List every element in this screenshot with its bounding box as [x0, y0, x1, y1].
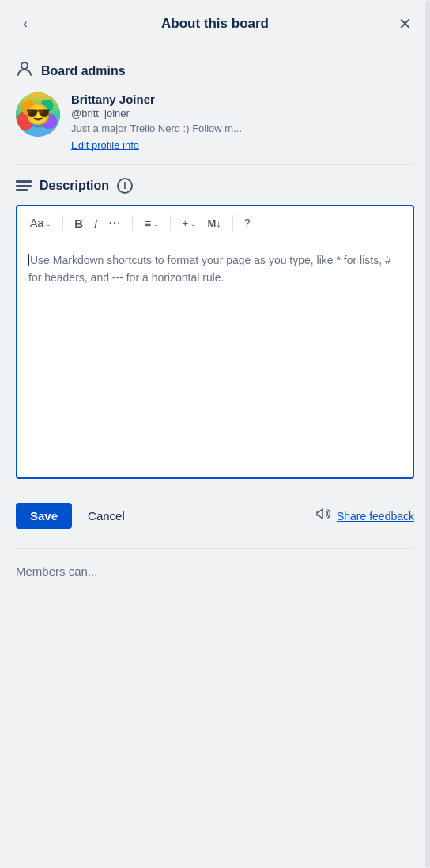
insert-button[interactable]: + ⌄ — [177, 213, 201, 232]
list-chevron: ⌄ — [153, 219, 159, 228]
save-button[interactable]: Save — [16, 503, 72, 529]
admin-bio: Just a major Trello Nerd :) Follow m... — [71, 123, 414, 134]
description-title: Description i — [16, 178, 414, 194]
board-admins-label: Board admins — [41, 64, 126, 78]
font-button[interactable]: Aa ⌄ — [25, 213, 56, 232]
editor-toolbar: Aa ⌄ B I ··· — [17, 206, 413, 240]
admin-info: Brittany Joiner @britt_joiner Just a maj… — [71, 92, 414, 152]
avatar-image — [16, 92, 60, 137]
members-text: Members can... — [16, 564, 97, 578]
italic-button[interactable]: I — [89, 213, 102, 233]
editor-placeholder: Use Markdown shortcuts to format your pa… — [28, 254, 391, 284]
toolbar-sep-3 — [170, 215, 171, 231]
description-section: Description i Aa ⌄ B — [0, 165, 430, 492]
action-bar: Save Cancel Share feedback — [0, 492, 430, 540]
avatar — [16, 92, 60, 137]
cursor — [28, 254, 29, 266]
edit-profile-link[interactable]: Edit profile info — [71, 139, 139, 151]
insert-group: + ⌄ M↓ — [177, 213, 226, 232]
font-chevron: ⌄ — [45, 219, 51, 228]
help-button[interactable]: ? — [240, 213, 255, 232]
italic-label: I — [94, 217, 97, 230]
more-format-label: ··· — [108, 216, 121, 230]
description-lines-icon — [16, 180, 32, 191]
editor-textarea[interactable]: Use Markdown shortcuts to format your pa… — [17, 240, 413, 477]
close-button[interactable]: ✕ — [392, 11, 417, 36]
list-icon: ≡ — [144, 217, 151, 230]
header: ‹ About this board ✕ — [0, 0, 430, 47]
more-format-button[interactable]: ··· — [104, 213, 126, 233]
info-icon[interactable]: i — [117, 178, 133, 194]
toolbar-sep-4 — [232, 215, 233, 231]
description-label: Description — [40, 179, 109, 193]
list-group: ≡ ⌄ — [139, 213, 164, 233]
desc-line-3 — [16, 189, 28, 191]
header-title: About this board — [38, 16, 392, 32]
insert-chevron: ⌄ — [190, 219, 196, 228]
share-feedback-link[interactable]: Share feedback — [337, 510, 414, 523]
panel: ‹ About this board ✕ Board admins Britta… — [0, 0, 430, 868]
admin-row: Brittany Joiner @britt_joiner Just a maj… — [16, 92, 414, 152]
toolbar-sep-1 — [62, 215, 63, 231]
board-admins-section: Board admins Brittany Joiner @britt_join… — [0, 47, 430, 164]
format-group: B I ··· — [70, 213, 126, 233]
markdown-button[interactable]: M↓ — [202, 214, 225, 232]
markdown-label: M↓ — [207, 217, 221, 229]
board-admins-title: Board admins — [16, 60, 414, 81]
svg-point-0 — [21, 62, 28, 69]
insert-label: + — [182, 217, 188, 229]
back-button[interactable]: ‹ — [13, 11, 38, 36]
share-feedback-area: Share feedback — [315, 506, 414, 526]
desc-line-2 — [16, 185, 32, 187]
info-icon-label: i — [123, 180, 126, 191]
members-section: Members can... — [0, 549, 430, 594]
help-label: ? — [244, 217, 251, 229]
cancel-button[interactable]: Cancel — [80, 503, 133, 529]
toolbar-sep-2 — [132, 215, 133, 231]
person-icon — [16, 60, 33, 81]
bold-button[interactable]: B — [70, 213, 88, 233]
back-icon: ‹ — [23, 17, 27, 31]
font-group: Aa ⌄ — [25, 213, 56, 232]
list-button[interactable]: ≡ ⌄ — [139, 213, 164, 233]
font-label: Aa — [30, 217, 43, 229]
desc-line-1 — [16, 180, 32, 183]
megaphone-icon — [315, 506, 330, 526]
admin-name: Brittany Joiner — [71, 92, 414, 106]
bold-label: B — [74, 217, 83, 230]
admin-handle: @britt_joiner — [71, 108, 414, 119]
editor-container[interactable]: Aa ⌄ B I ··· — [16, 205, 414, 479]
close-icon: ✕ — [398, 14, 412, 33]
